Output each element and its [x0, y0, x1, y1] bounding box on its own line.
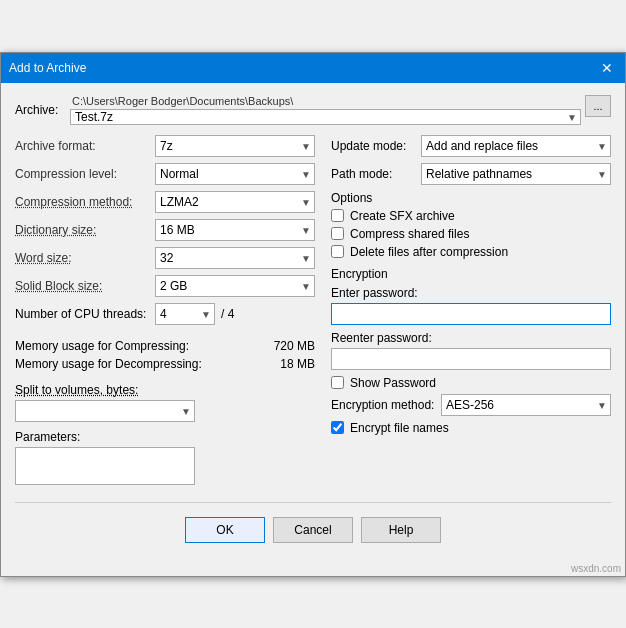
enter-password-label: Enter password:	[331, 286, 611, 300]
dictionary-size-combo[interactable]: 16 MB ▼	[155, 219, 315, 241]
archive-row: Archive: C:\Users\Roger Bodger\Documents…	[15, 95, 611, 125]
delete-after-label: Delete files after compression	[350, 245, 508, 259]
compression-level-combo[interactable]: Normal ▼	[155, 163, 315, 185]
title-bar: Add to Archive ✕	[1, 53, 625, 83]
reenter-password-label: Reenter password:	[331, 331, 611, 345]
path-mode-combo[interactable]: Relative pathnames ▼	[421, 163, 611, 185]
update-mode-combo[interactable]: Add and replace files ▼	[421, 135, 611, 157]
encryption-method-row: Encryption method: AES-256 ▼	[331, 394, 611, 416]
delete-after-checkbox[interactable]	[331, 245, 344, 258]
encryption-method-select[interactable]: AES-256	[442, 395, 610, 415]
archive-label: Archive:	[15, 103, 70, 117]
compress-shared-row: Compress shared files	[331, 227, 611, 241]
right-panel: Update mode: Add and replace files ▼ Pat…	[331, 135, 611, 488]
compression-method-label: Compression method:	[15, 195, 155, 209]
path-mode-select[interactable]: Relative pathnames	[422, 164, 610, 184]
archive-filename-select[interactable]: Test.7z	[71, 110, 580, 124]
ok-button[interactable]: OK	[185, 517, 265, 543]
show-password-row: Show Password	[331, 376, 611, 390]
compression-method-row: Compression method: LZMA2 ▼	[15, 191, 315, 213]
archive-path-inner: C:\Users\Roger Bodger\Documents\Backups\…	[70, 95, 581, 125]
params-input[interactable]	[15, 447, 195, 485]
memory-decompressing-value: 18 MB	[255, 357, 315, 371]
cancel-button[interactable]: Cancel	[273, 517, 353, 543]
show-password-checkbox[interactable]	[331, 376, 344, 389]
window-body: Archive: C:\Users\Roger Bodger\Documents…	[1, 83, 625, 563]
archive-format-select[interactable]: 7z	[156, 136, 314, 156]
update-mode-label: Update mode:	[331, 139, 421, 153]
solid-block-label: Solid Block size:	[15, 279, 155, 293]
encryption-method-label: Encryption method:	[331, 398, 441, 412]
encrypt-names-row: Encrypt file names	[331, 421, 611, 435]
main-window: Add to Archive ✕ Archive: C:\Users\Roger…	[0, 52, 626, 577]
button-bar: OK Cancel Help	[15, 502, 611, 553]
create-sfx-label: Create SFX archive	[350, 209, 455, 223]
show-password-label: Show Password	[350, 376, 436, 390]
create-sfx-row: Create SFX archive	[331, 209, 611, 223]
archive-format-combo[interactable]: 7z ▼	[155, 135, 315, 157]
compression-level-label: Compression level:	[15, 167, 155, 181]
left-panel: Archive format: 7z ▼ Compression level: …	[15, 135, 315, 488]
create-sfx-checkbox[interactable]	[331, 209, 344, 222]
params-group: Parameters:	[15, 430, 315, 488]
path-mode-row: Path mode: Relative pathnames ▼	[331, 163, 611, 185]
compression-level-row: Compression level: Normal ▼	[15, 163, 315, 185]
encrypt-names-label: Encrypt file names	[350, 421, 449, 435]
cpu-threads-select[interactable]: 4	[156, 304, 214, 324]
memory-decompressing-row: Memory usage for Decompressing: 18 MB	[15, 357, 315, 371]
encryption-method-combo[interactable]: AES-256 ▼	[441, 394, 611, 416]
solid-block-combo[interactable]: 2 GB ▼	[155, 275, 315, 297]
path-mode-label: Path mode:	[331, 167, 421, 181]
compression-method-select[interactable]: LZMA2	[156, 192, 314, 212]
dictionary-size-select[interactable]: 16 MB	[156, 220, 314, 240]
watermark: wsxdn.com	[1, 563, 625, 576]
word-size-label: Word size:	[15, 251, 155, 265]
word-size-select[interactable]: 32	[156, 248, 314, 268]
delete-after-row: Delete files after compression	[331, 245, 611, 259]
memory-compressing-row: Memory usage for Compressing: 720 MB	[15, 339, 315, 353]
word-size-combo[interactable]: 32 ▼	[155, 247, 315, 269]
archive-path-text: C:\Users\Roger Bodger\Documents\Backups\	[70, 95, 581, 107]
encryption-title: Encryption	[331, 267, 611, 281]
memory-compressing-value: 720 MB	[255, 339, 315, 353]
cpu-threads-combo[interactable]: 4 ▼	[155, 303, 215, 325]
archive-format-label: Archive format:	[15, 139, 155, 153]
split-label: Split to volumes, bytes:	[15, 383, 315, 397]
archive-filename-combo[interactable]: Test.7z ▼	[70, 109, 581, 125]
update-mode-row: Update mode: Add and replace files ▼	[331, 135, 611, 157]
solid-block-select[interactable]: 2 GB	[156, 276, 314, 296]
window-title: Add to Archive	[9, 61, 86, 75]
archive-format-row: Archive format: 7z ▼	[15, 135, 315, 157]
split-group: Split to volumes, bytes: ▼	[15, 383, 315, 422]
word-size-row: Word size: 32 ▼	[15, 247, 315, 269]
encryption-section: Encryption Enter password: Reenter passw…	[331, 267, 611, 435]
close-button[interactable]: ✕	[597, 58, 617, 78]
cpu-threads-label: Number of CPU threads:	[15, 307, 155, 321]
help-button[interactable]: Help	[361, 517, 441, 543]
memory-compressing-label: Memory usage for Compressing:	[15, 339, 255, 353]
browse-button[interactable]: ...	[585, 95, 611, 117]
cpu-total-label: / 4	[221, 307, 234, 321]
params-label: Parameters:	[15, 430, 315, 444]
split-input[interactable]	[16, 401, 194, 421]
reenter-password-input[interactable]	[331, 348, 611, 370]
compression-method-combo[interactable]: LZMA2 ▼	[155, 191, 315, 213]
encrypt-names-checkbox[interactable]	[331, 421, 344, 434]
solid-block-row: Solid Block size: 2 GB ▼	[15, 275, 315, 297]
archive-path-group: C:\Users\Roger Bodger\Documents\Backups\…	[70, 95, 611, 125]
cpu-threads-row: Number of CPU threads: 4 ▼ / 4	[15, 303, 315, 325]
dictionary-size-row: Dictionary size: 16 MB ▼	[15, 219, 315, 241]
memory-decompressing-label: Memory usage for Decompressing:	[15, 357, 255, 371]
main-content: Archive format: 7z ▼ Compression level: …	[15, 135, 611, 488]
compress-shared-label: Compress shared files	[350, 227, 469, 241]
compression-level-select[interactable]: Normal	[156, 164, 314, 184]
enter-password-input[interactable]	[331, 303, 611, 325]
dictionary-size-label: Dictionary size:	[15, 223, 155, 237]
split-combo[interactable]: ▼	[15, 400, 195, 422]
compress-shared-checkbox[interactable]	[331, 227, 344, 240]
options-title: Options	[331, 191, 611, 205]
update-mode-select[interactable]: Add and replace files	[422, 136, 610, 156]
